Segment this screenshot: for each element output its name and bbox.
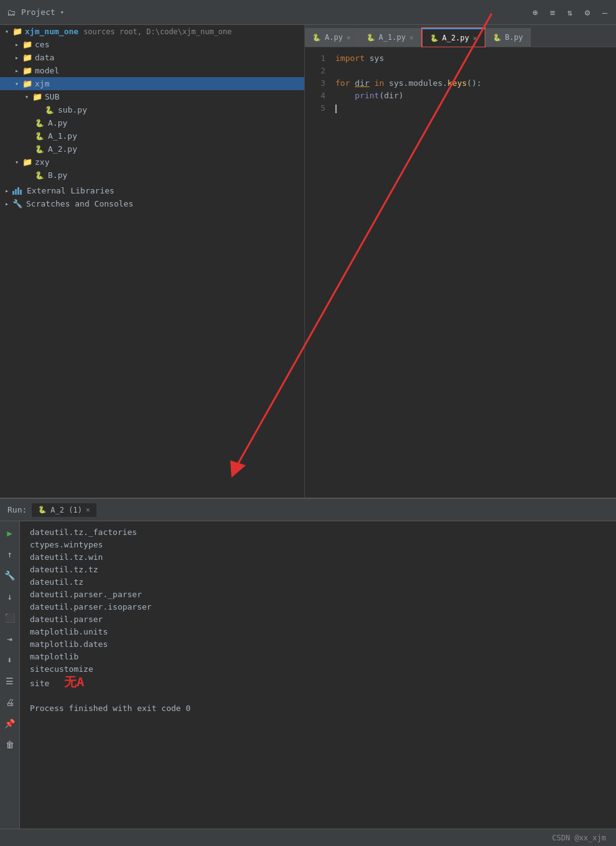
tab-apy-icon: 🐍 (312, 34, 321, 42)
code-line-5 (335, 102, 616, 114)
subpy-icon: 🐍 (45, 106, 54, 114)
zxy-folder-icon: 📁 (22, 158, 32, 167)
project-title: Project (21, 7, 55, 17)
tab-a1py-label: A_1.py (379, 33, 406, 42)
output-line-12: sitecustomize (30, 663, 606, 676)
run-up-button[interactable]: ↑ (3, 547, 17, 561)
output-line-13: site 无A (30, 676, 606, 690)
run-download-button[interactable]: ⬇ (3, 653, 17, 667)
output-line-8: dateutil.parser (30, 613, 606, 626)
align-icon[interactable]: ≡ (548, 7, 558, 17)
sidebar-item-external-libraries[interactable]: External Libraries (0, 184, 304, 197)
output-line-4: dateutil.tz.tz (30, 564, 606, 576)
globe-icon[interactable]: ⊕ (530, 7, 540, 17)
code-content[interactable]: import sys for dir in sys.modules.keys()… (333, 52, 616, 493)
project-dropdown-arrow[interactable]: ▾ (60, 9, 64, 16)
output-line-1: dateutil.tz._factories (30, 526, 606, 539)
run-list-button[interactable]: ☰ (3, 674, 17, 688)
sidebar-item-a1py[interactable]: 🐍 A_1.py (0, 129, 304, 142)
ext-libs-arrow (5, 187, 9, 194)
main-layout: 📁 xjm_num_one sources root, D:\code\xjm_… (0, 25, 616, 498)
scratches-arrow (5, 200, 9, 207)
run-wrench-button[interactable]: 🔧 (3, 569, 17, 582)
tab-apy[interactable]: 🐍 A.py ✕ (305, 28, 359, 47)
tab-a1py[interactable]: 🐍 A_1.py ✕ (359, 28, 422, 47)
tab-a2py[interactable]: 🐍 A_2.py ✕ (422, 28, 485, 47)
sidebar-item-xjm[interactable]: 📁 xjm (0, 77, 304, 90)
tab-bpy-label: B.py (505, 33, 523, 42)
run-tab[interactable]: 🐍 A_2 (1) ✕ (32, 503, 96, 517)
run-footer: CSDN @xx_xjm (0, 829, 616, 846)
run-output: dateutil.tz._factories ctypes.wintypes d… (20, 521, 616, 829)
a1py-label: A_1.py (48, 131, 77, 141)
run-tab-close[interactable]: ✕ (86, 506, 90, 514)
output-line-10: matplotlib.dates (30, 638, 606, 651)
tab-a2py-close[interactable]: ✕ (473, 34, 477, 42)
ext-libs-label: External Libraries (27, 186, 114, 195)
sort-icon[interactable]: ⇅ (565, 7, 575, 17)
run-layout: ▶ ↑ 🔧 ↓ ⬛ ⇥ ⬇ ☰ 🖨 📌 🗑 dateutil.tz._facto… (0, 521, 616, 829)
tab-apy-close[interactable]: ✕ (347, 34, 351, 42)
sidebar-item-data[interactable]: 📁 data (0, 51, 304, 64)
subpy-label: sub.py (58, 105, 87, 114)
data-arrow (15, 54, 19, 61)
ces-label: ces (35, 40, 49, 49)
sidebar-item-scratches[interactable]: 🔧 Scratches and Consoles (0, 197, 304, 210)
sidebar-item-subpy[interactable]: 🐍 sub.py (0, 103, 304, 116)
bpy-label: B.py (48, 170, 67, 180)
run-play-button[interactable]: ▶ (3, 526, 17, 540)
settings-icon[interactable]: ⚙ (582, 7, 592, 17)
run-indent-button[interactable]: ⇥ (3, 632, 17, 646)
run-tab-icon: 🐍 (38, 506, 47, 514)
tab-apy-label: A.py (325, 33, 343, 42)
editor-area: 🐍 A.py ✕ 🐍 A_1.py ✕ 🐍 A_2.py ✕ 🐍 B.py (305, 25, 616, 498)
ext-libs-icon (12, 187, 22, 195)
output-line-6: dateutil.parser._parser (30, 588, 606, 601)
sidebar-item-ces[interactable]: 📁 ces (0, 38, 304, 51)
sidebar-item-a2py[interactable]: 🐍 A_2.py (0, 142, 304, 156)
ces-folder-icon: 📁 (22, 40, 32, 49)
tab-bar: 🐍 A.py ✕ 🐍 A_1.py ✕ 🐍 A_2.py ✕ 🐍 B.py (305, 25, 616, 47)
project-tree: 📁 xjm_num_one sources root, D:\code\xjm_… (0, 25, 305, 498)
run-trash-button[interactable]: 🗑 (3, 738, 17, 751)
apy-icon: 🐍 (35, 119, 44, 128)
xjm-folder-icon: 📁 (22, 80, 32, 88)
minimize-icon[interactable]: — (600, 7, 610, 17)
code-line-1: import sys (335, 52, 616, 65)
sidebar-item-apy[interactable]: 🐍 A.py (0, 116, 304, 129)
tree-root[interactable]: 📁 xjm_num_one sources root, D:\code\xjm_… (0, 25, 304, 38)
top-toolbar: 🗂 Project ▾ ⊕ ≡ ⇅ ⚙ — (0, 0, 616, 25)
run-pin-button[interactable]: 📌 (3, 717, 17, 730)
root-arrow (5, 28, 9, 35)
run-down-button[interactable]: ↓ (3, 590, 17, 603)
a2py-label: A_2.py (48, 144, 77, 154)
output-line-7: dateutil.parser.isoparser (30, 601, 606, 613)
output-line-2: ctypes.wintypes (30, 539, 606, 551)
run-stop-button[interactable]: ⬛ (3, 611, 17, 625)
apy-label: A.py (48, 118, 67, 128)
output-line-9: matplotlib.units (30, 626, 606, 638)
run-header: Run: 🐍 A_2 (1) ✕ (0, 499, 616, 521)
sidebar-item-model[interactable]: 📁 model (0, 64, 304, 77)
zxy-arrow (15, 159, 19, 165)
data-label: data (35, 53, 54, 62)
tab-a1py-close[interactable]: ✕ (409, 34, 414, 42)
tab-a2py-icon: 🐍 (430, 34, 439, 42)
code-editor[interactable]: 1 2 3 4 5 import sys for dir in sys.modu… (305, 47, 616, 498)
run-label: Run: (7, 505, 27, 514)
output-line-11: matplotlib (30, 651, 606, 663)
sidebar-item-sub[interactable]: 📁 SUB (0, 90, 304, 103)
model-arrow (15, 67, 19, 74)
xjm-label: xjm (35, 79, 49, 88)
tab-bpy[interactable]: 🐍 B.py (485, 28, 531, 47)
sidebar-item-bpy[interactable]: 🐍 B.py (0, 169, 304, 182)
root-subtitle: sources root, D:\code\xjm_num_one (83, 27, 231, 36)
code-line-2 (335, 65, 616, 77)
line-numbers: 1 2 3 4 5 (305, 52, 333, 493)
run-sidebar: ▶ ↑ 🔧 ↓ ⬛ ⇥ ⬇ ☰ 🖨 📌 🗑 (0, 521, 20, 829)
code-line-4: print(dir) (335, 90, 616, 102)
run-print-button[interactable]: 🖨 (3, 695, 17, 709)
sidebar-item-zxy[interactable]: 📁 zxy (0, 156, 304, 169)
output-line-3: dateutil.tz.win (30, 551, 606, 564)
run-footer-credit: CSDN @xx_xjm (552, 834, 606, 842)
